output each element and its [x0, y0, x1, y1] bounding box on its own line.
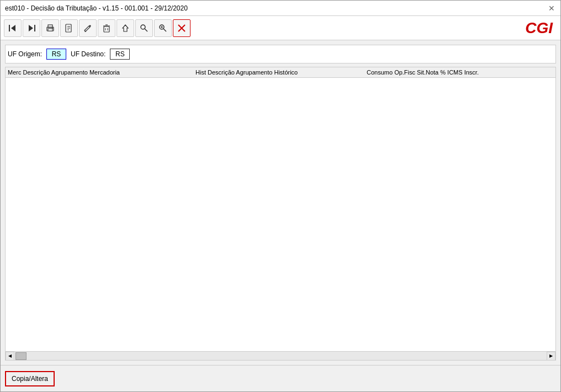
svg-line-20 — [145, 29, 147, 31]
last-record-button[interactable] — [23, 19, 40, 37]
content-area: UF Origem: UF Destino: Merc Descrição Ag… — [1, 40, 560, 365]
svg-marker-3 — [29, 25, 33, 31]
brand-logo: CGI — [525, 19, 557, 37]
svg-rect-2 — [34, 25, 35, 31]
table-body[interactable] — [6, 78, 555, 351]
delete-button[interactable] — [98, 19, 115, 37]
uf-origem-label: UF Origem: — [8, 50, 42, 58]
copy-altera-button[interactable]: Copia/Altera — [5, 371, 55, 386]
scroll-thumb[interactable] — [15, 352, 27, 360]
scroll-left-button[interactable]: ◀ — [6, 352, 14, 361]
horizontal-scrollbar[interactable]: ◀ ▶ — [6, 351, 555, 360]
col-header-rest: Consumo Op.Fisc Sit.Nota % ICMS Inscr. — [367, 69, 544, 76]
window-title: est010 - Decisão da Tributação - v1.15 -… — [5, 4, 188, 12]
svg-rect-6 — [48, 29, 52, 31]
data-table: Merc Descrição Agrupamento Mercadoria Hi… — [5, 67, 556, 361]
first-record-button[interactable] — [4, 19, 22, 37]
toolbar: CGI — [1, 16, 560, 40]
svg-point-19 — [141, 25, 145, 29]
new-record-icon — [64, 23, 74, 33]
new-record-button[interactable] — [60, 19, 78, 37]
copy-altera-label: Copia/Altera — [12, 375, 48, 383]
col-header-merc: Merc Descrição Agrupamento Mercadoria — [8, 69, 195, 76]
filter-bar: UF Origem: UF Destino: — [5, 45, 556, 63]
svg-line-22 — [163, 29, 166, 31]
cancel-button[interactable] — [117, 19, 134, 37]
svg-marker-18 — [123, 25, 128, 31]
table-header: Merc Descrição Agrupamento Mercadoria Hi… — [6, 67, 555, 78]
zoom-button[interactable] — [154, 19, 172, 37]
svg-rect-0 — [9, 25, 10, 31]
footer-bar: Copia/Altera — [1, 365, 560, 391]
scroll-track[interactable] — [14, 352, 547, 361]
zoom-icon — [158, 23, 168, 33]
delete-icon — [102, 23, 112, 33]
col-header-hist: Hist Descrição Agrupamento Histórico — [195, 69, 367, 76]
svg-rect-13 — [104, 27, 109, 32]
svg-point-7 — [52, 28, 53, 29]
search-button[interactable] — [135, 19, 153, 37]
window-close-button[interactable]: ✕ — [547, 4, 556, 13]
svg-marker-1 — [11, 25, 15, 31]
close-button[interactable] — [173, 19, 190, 37]
first-record-icon — [8, 23, 18, 33]
search-icon — [139, 23, 149, 33]
edit-button[interactable] — [79, 19, 97, 37]
main-window: est010 - Decisão da Tributação - v1.15 -… — [0, 0, 561, 392]
uf-origem-input[interactable] — [46, 49, 66, 60]
title-bar: est010 - Decisão da Tributação - v1.15 -… — [1, 1, 560, 16]
print-icon — [45, 23, 55, 33]
uf-destino-label: UF Destino: — [71, 50, 105, 58]
edit-icon — [83, 23, 93, 33]
scroll-right-button[interactable]: ▶ — [547, 352, 555, 361]
cancel-icon — [120, 23, 130, 33]
close-x-icon — [177, 23, 187, 33]
uf-destino-input[interactable] — [110, 49, 130, 60]
print-button[interactable] — [41, 19, 59, 37]
last-record-icon — [27, 23, 36, 33]
